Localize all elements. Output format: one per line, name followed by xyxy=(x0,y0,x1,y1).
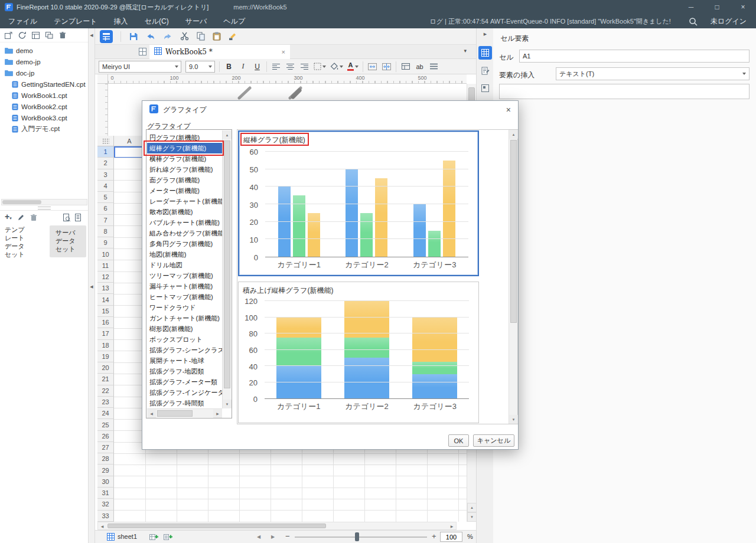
add-grid-sheet-button[interactable] xyxy=(149,533,158,542)
scrollbar-thumb[interactable] xyxy=(107,524,326,528)
cancel-button[interactable]: キャンセル xyxy=(473,434,514,447)
row-header[interactable]: 8 xyxy=(97,226,114,237)
menu-item-1[interactable]: ファイル xyxy=(0,14,45,28)
close-button[interactable]: × xyxy=(730,0,756,14)
scrollbar-thumb[interactable] xyxy=(224,140,230,388)
dataset-tab-template[interactable]: テンプレートデータセット xyxy=(5,225,25,259)
selected-cell-a1[interactable] xyxy=(114,146,146,158)
chart-type-item[interactable]: 拡張グラフ-地図類 xyxy=(147,366,222,377)
italic-button[interactable]: I xyxy=(238,61,248,73)
tree-item-demo[interactable]: demo xyxy=(0,45,88,56)
redo-icon[interactable] xyxy=(163,32,172,41)
chart-type-item[interactable]: 拡張グラフ-インジケーター類 xyxy=(147,387,222,398)
new-template-icon[interactable] xyxy=(5,32,12,39)
chart-type-item[interactable]: 多角円グラフ(新機能) xyxy=(147,238,222,249)
chart-type-item[interactable]: 拡張グラフ-メーター類 xyxy=(147,377,222,387)
merge-cells-icon[interactable] xyxy=(367,61,377,73)
explorer-hscrollbar[interactable] xyxy=(1,199,87,205)
zoom-slider-track[interactable] xyxy=(295,537,427,538)
chart-type-item[interactable]: 漏斗チャート(新機能) xyxy=(147,281,222,292)
chart-type-item[interactable]: ガントチャート(新機能) xyxy=(147,313,222,323)
cut-icon[interactable] xyxy=(180,32,189,41)
row-header[interactable]: 18 xyxy=(97,340,114,351)
tab-close-icon[interactable]: × xyxy=(282,48,285,55)
preview-vscrollbar[interactable]: ▲ ▼ xyxy=(509,130,517,424)
prev-sheet-arrow[interactable]: ◀ xyxy=(257,534,260,539)
chart-preview-column[interactable]: 縦棒グラフ(新機能) 0102030405060 カテゴリー1カテゴリー2カテゴ… xyxy=(238,130,479,276)
chart-type-item[interactable]: バブルチャート(新機能) xyxy=(147,217,222,228)
template-theme-icon[interactable] xyxy=(100,30,113,43)
widget-settings-panel-button[interactable] xyxy=(478,64,492,77)
paste-icon[interactable] xyxy=(213,32,221,41)
add-dataset-button[interactable]: +▾ xyxy=(5,212,12,223)
sheet-hscrollbar[interactable]: ◀ ▶ xyxy=(97,522,457,530)
maximize-button[interactable]: □ xyxy=(704,0,730,14)
splitter-handle-icon[interactable]: ◀ xyxy=(89,284,94,289)
scrollbar-thumb[interactable] xyxy=(510,140,517,323)
row-header[interactable]: 26 xyxy=(97,431,114,442)
chart-type-item[interactable]: 縦棒グラフ(新機能) xyxy=(147,143,222,153)
refresh-icon[interactable] xyxy=(18,31,26,39)
menu-item-6[interactable]: ヘルプ xyxy=(215,14,253,28)
edit-dataset-icon[interactable] xyxy=(17,214,25,221)
list-vscrollbar[interactable]: ▲ ▼ xyxy=(222,130,231,408)
row-header[interactable]: 10 xyxy=(97,248,114,260)
scroll-down-icon[interactable]: ▼ xyxy=(509,415,518,424)
chart-type-item[interactable]: 拡張グラフ-シーンクラス xyxy=(147,345,222,355)
row-header[interactable]: 7 xyxy=(97,215,114,226)
sheet-tab[interactable]: sheet1 xyxy=(118,533,137,540)
row-header[interactable]: 15 xyxy=(97,306,114,317)
row-header[interactable]: 13 xyxy=(97,283,114,294)
cell-style-icon[interactable] xyxy=(400,61,410,73)
dialog-close-icon[interactable]: × xyxy=(506,105,511,115)
zoom-slider-thumb[interactable] xyxy=(355,532,359,541)
row-header[interactable]: 12 xyxy=(97,272,114,283)
row-header[interactable]: 30 xyxy=(97,476,114,488)
tab-workbook5[interactable]: WorkBook5 * × xyxy=(149,45,290,59)
row-header[interactable]: 29 xyxy=(97,465,114,476)
zoom-value-input[interactable] xyxy=(440,532,462,542)
tree-item-doc-jp[interactable]: doc-jp xyxy=(0,67,88,78)
next-sheet-arrow[interactable]: ▶ xyxy=(271,534,275,539)
scroll-left-icon[interactable]: ◀ xyxy=(147,409,156,418)
border-select[interactable] xyxy=(314,61,326,73)
tab-list-dropdown-icon[interactable]: ▾ xyxy=(464,48,467,54)
row-header[interactable]: 22 xyxy=(97,385,114,397)
scroll-down-icon[interactable]: ▼ xyxy=(223,400,232,408)
chart-type-item[interactable]: 樹形図(新機能) xyxy=(147,323,222,334)
zoom-in-button[interactable]: + xyxy=(432,532,436,541)
sort-icon[interactable] xyxy=(45,32,53,39)
minimize-button[interactable]: ─ xyxy=(678,0,704,14)
scroll-left-icon[interactable]: ◀ xyxy=(98,522,106,529)
chart-type-item[interactable]: レーダーチャート(新機能) xyxy=(147,196,222,207)
tree-item-入門デモ.cpt[interactable]: 入門デモ.cpt xyxy=(0,123,88,135)
chart-type-item[interactable]: 折れ線グラフ(新機能) xyxy=(147,164,222,175)
chart-type-item[interactable]: ヒートマップ(新機能) xyxy=(147,292,222,302)
font-color-select[interactable]: A xyxy=(347,61,359,73)
scroll-up-icon[interactable]: ▲ xyxy=(509,130,518,139)
zoom-out-button[interactable]: − xyxy=(285,532,290,541)
row-header[interactable]: 23 xyxy=(97,397,114,408)
row-header[interactable]: 28 xyxy=(97,453,114,465)
row-header[interactable]: 32 xyxy=(97,499,114,510)
cell-attributes-icon[interactable] xyxy=(429,61,439,73)
scrollbar-thumb[interactable] xyxy=(2,200,41,204)
float-element-panel-button[interactable] xyxy=(478,81,492,95)
connection-icon[interactable] xyxy=(75,214,82,221)
chart-type-item[interactable]: 面グラフ(新機能) xyxy=(147,175,222,185)
cell-ref-input[interactable] xyxy=(519,50,750,63)
menu-item-4[interactable]: セル(C) xyxy=(136,14,177,28)
row-header[interactable]: 17 xyxy=(97,328,114,339)
row-header[interactable]: 3 xyxy=(97,169,114,181)
undo-icon[interactable] xyxy=(146,32,155,41)
element-value-box[interactable] xyxy=(499,84,750,99)
menu-item-5[interactable]: サーバ xyxy=(177,14,216,28)
collapse-left-panel-icon[interactable]: ◀ xyxy=(89,33,94,38)
row-header[interactable]: 31 xyxy=(97,488,114,499)
chart-type-item[interactable]: メーター(新機能) xyxy=(147,185,222,196)
format-painter-icon[interactable] xyxy=(229,32,237,41)
row-header[interactable]: 1 xyxy=(97,146,114,158)
chart-type-item[interactable]: 地図(新機能) xyxy=(147,249,222,260)
add-report-sheet-button[interactable] xyxy=(164,533,172,542)
scroll-right-icon[interactable]: ▶ xyxy=(213,409,222,418)
